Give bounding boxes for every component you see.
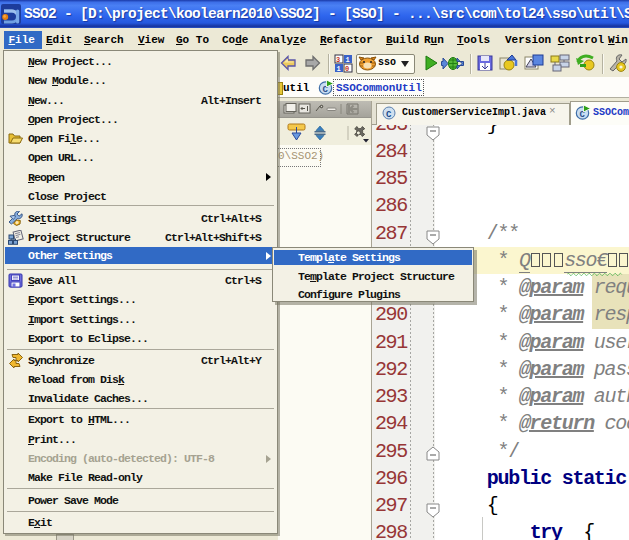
svg-text:3: 3 [336, 56, 340, 64]
svg-text:0: 0 [345, 65, 349, 73]
svg-text:1: 1 [346, 56, 350, 64]
svg-text:1: 1 [337, 65, 341, 73]
svg-text:C: C [386, 110, 392, 120]
